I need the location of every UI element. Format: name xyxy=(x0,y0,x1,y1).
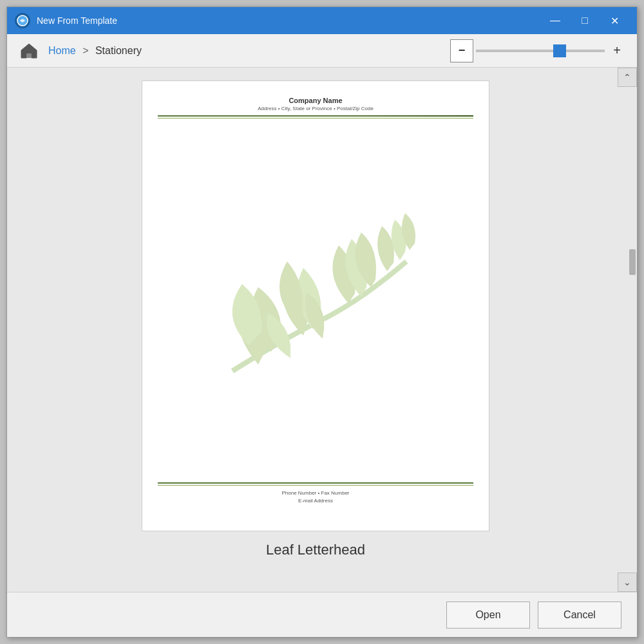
window-controls: — □ ✕ xyxy=(540,10,629,31)
header-line-thick xyxy=(158,115,473,117)
zoom-slider-track xyxy=(476,50,605,52)
maximize-button[interactable]: □ xyxy=(570,10,600,31)
scrollbar-thumb[interactable] xyxy=(629,249,636,275)
main-content: Company Name Address • City, State or Pr… xyxy=(7,68,637,592)
breadcrumb-home[interactable]: Home xyxy=(48,45,76,56)
home-button[interactable] xyxy=(17,39,41,62)
main-window: New From Template — □ ✕ Home > Stationer… xyxy=(6,6,638,638)
template-card: Company Name Address • City, State or Pr… xyxy=(142,80,489,558)
footer-phone: Phone Number • Fax Number xyxy=(158,489,473,497)
cancel-button[interactable]: Cancel xyxy=(538,601,621,629)
zoom-plus-button[interactable]: + xyxy=(607,41,627,61)
breadcrumb-current: Stationery xyxy=(95,45,142,56)
header-line-thin xyxy=(158,118,473,118)
zoom-slider-fill xyxy=(476,50,566,52)
svg-rect-1 xyxy=(26,53,32,58)
footer-text: Phone Number • Fax Number E-mail Address xyxy=(158,489,473,505)
address-line: Address • City, State or Province • Post… xyxy=(162,106,469,111)
leaf-illustration xyxy=(207,210,439,403)
letterhead-header: Company Name Address • City, State or Pr… xyxy=(142,81,489,111)
footer-line-thin xyxy=(158,485,473,486)
zoom-controls: − + xyxy=(450,39,627,62)
scroll-up-button[interactable]: ⌃ xyxy=(618,68,637,87)
close-button[interactable]: ✕ xyxy=(600,10,629,31)
zoom-slider[interactable] xyxy=(476,44,605,57)
open-button[interactable]: Open xyxy=(446,601,530,629)
scrollbar-area: ⌃ ⌄ xyxy=(624,68,637,592)
template-preview[interactable]: Company Name Address • City, State or Pr… xyxy=(142,80,489,531)
footer-bar: Open Cancel xyxy=(7,592,637,637)
footer-email: E-mail Address xyxy=(158,497,473,505)
minimize-button[interactable]: — xyxy=(540,10,570,31)
breadcrumb-separator: > xyxy=(82,45,88,56)
letterhead-footer: Phone Number • Fax Number E-mail Address xyxy=(142,482,489,505)
company-name: Company Name xyxy=(162,97,469,104)
breadcrumb: Home > Stationery xyxy=(48,45,442,57)
zoom-minus-button[interactable]: − xyxy=(450,39,473,62)
zoom-slider-thumb[interactable] xyxy=(553,44,566,57)
nav-bar: Home > Stationery − + xyxy=(7,34,637,68)
app-icon xyxy=(15,13,30,28)
title-bar: New From Template — □ ✕ xyxy=(7,7,637,34)
template-name: Leaf Letterhead xyxy=(266,542,365,558)
scroll-down-button[interactable]: ⌄ xyxy=(618,573,637,592)
scroll-area: Company Name Address • City, State or Pr… xyxy=(7,68,624,592)
footer-line-thick xyxy=(158,482,473,484)
window-title: New From Template xyxy=(37,15,540,26)
